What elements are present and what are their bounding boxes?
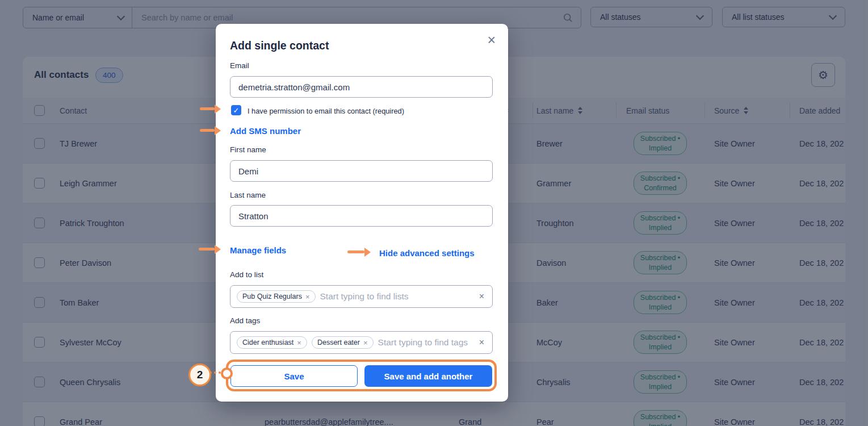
first-name-label: First name [230, 145, 266, 154]
annotation-arrow-permission [200, 107, 215, 110]
permission-checkbox-label: I have permission to email this contact … [248, 107, 404, 115]
clear-tags-icon[interactable]: × [479, 337, 484, 348]
last-name-label: Last name [230, 191, 266, 199]
clear-lists-icon[interactable]: × [479, 291, 484, 302]
annotation-arrow-sms [200, 129, 215, 132]
add-single-contact-modal: Add single contact × Email ✓ I have perm… [216, 24, 508, 402]
annotation-dotted-connector [209, 371, 221, 374]
list-placeholder: Start typing to find lists [320, 291, 409, 302]
list-chip: Pub Quiz Regulars × [237, 290, 316, 303]
first-name-field[interactable] [230, 160, 493, 182]
close-icon[interactable]: × [487, 33, 496, 47]
add-sms-number-link[interactable]: Add SMS number [230, 126, 301, 136]
add-to-list-label: Add to list [230, 270, 263, 279]
tag-chip: Cider enthusiast × [237, 336, 307, 349]
tags-placeholder: Start typing to find tags [378, 337, 468, 348]
last-name-field[interactable] [230, 205, 493, 227]
tag-chip: Dessert eater × [312, 336, 374, 349]
add-to-list-multiselect[interactable]: Pub Quiz Regulars × Start typing to find… [230, 285, 493, 308]
remove-chip-icon[interactable]: × [305, 293, 310, 300]
annotation-arrow-manage-fields [199, 248, 215, 250]
annotation-ring [221, 367, 233, 379]
remove-chip-icon[interactable]: × [297, 339, 301, 346]
checkmark-icon: ✓ [233, 107, 240, 114]
app-window: Name or email All statuses All list stat… [0, 0, 868, 426]
add-tags-label: Add tags [230, 316, 260, 325]
email-label: Email [230, 61, 249, 70]
add-tags-multiselect[interactable]: Cider enthusiast × Dessert eater × Start… [230, 331, 493, 354]
tag-chip-label: Cider enthusiast [242, 339, 293, 346]
modal-title: Add single contact [230, 39, 329, 52]
annotation-step-badge: 2 [188, 364, 211, 386]
hide-advanced-settings-link[interactable]: Hide advanced settings [379, 248, 475, 258]
email-field[interactable] [230, 76, 493, 98]
remove-chip-icon[interactable]: × [363, 339, 368, 346]
list-chip-label: Pub Quiz Regulars [242, 293, 302, 300]
annotation-arrow-hide-advanced [347, 250, 364, 253]
tag-chip-label: Dessert eater [317, 339, 360, 346]
permission-checkbox[interactable]: ✓ [231, 105, 241, 115]
annotation-highlight-box [226, 360, 497, 391]
manage-fields-link[interactable]: Manage fields [230, 245, 286, 255]
